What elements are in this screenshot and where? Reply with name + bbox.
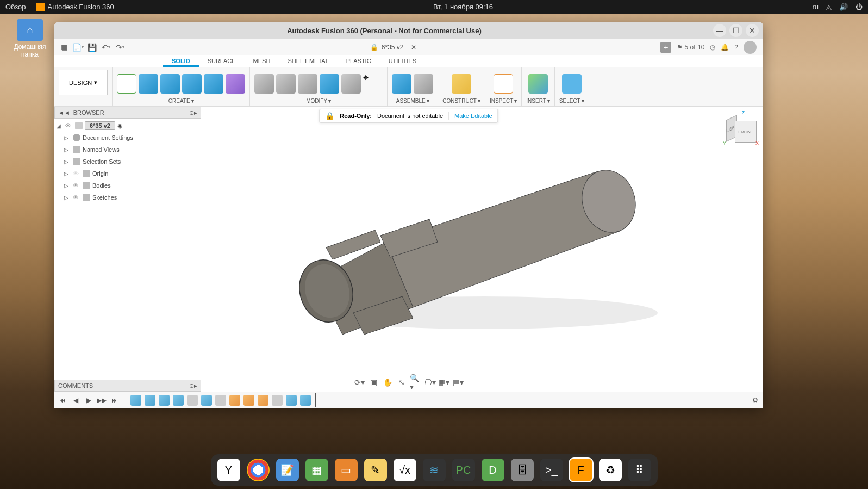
timeline-end-button[interactable]: ⏭ <box>110 395 120 405</box>
construct-group-label[interactable]: CONSTRUCT ▾ <box>442 98 480 104</box>
timeline-play-button[interactable]: ▶ <box>84 395 93 405</box>
dock-trash[interactable]: ♻ <box>599 459 622 481</box>
timeline-feature[interactable] <box>159 395 170 406</box>
tree-root[interactable]: ◢ 👁 6*35 v2 ◉ <box>57 120 199 132</box>
dock-impress[interactable]: ▭ <box>335 459 358 481</box>
clock[interactable]: Вт, 1 ноября 09:16 <box>114 3 813 11</box>
radio-icon[interactable]: ◉ <box>117 122 123 129</box>
user-avatar[interactable] <box>744 41 757 54</box>
help-icon[interactable]: ? <box>734 44 738 51</box>
undo-button[interactable]: ↶▾ <box>100 41 112 53</box>
look-at-icon[interactable]: ▣ <box>367 376 379 388</box>
timeline-feature[interactable] <box>300 395 311 406</box>
workspace-switcher[interactable]: DESIGN▾ <box>59 70 108 95</box>
extrude-button[interactable] <box>139 74 158 94</box>
volume-icon[interactable]: 🔊 <box>839 3 848 11</box>
sweep-button[interactable] <box>182 74 202 94</box>
orbit-icon[interactable]: ⟳▾ <box>353 376 365 388</box>
timeline-feature[interactable] <box>229 395 240 406</box>
visibility-icon[interactable]: 👁 <box>73 170 80 177</box>
visibility-icon[interactable]: 👁 <box>73 182 80 189</box>
tab-plastic[interactable]: PLASTIC <box>338 55 380 67</box>
select-group-label[interactable]: SELECT ▾ <box>559 98 584 104</box>
construct-plane-button[interactable] <box>452 74 471 94</box>
new-tab-button[interactable]: + <box>660 42 671 53</box>
form-button[interactable] <box>226 74 245 94</box>
recovery-indicator[interactable]: ⚑ 5 of 10 <box>677 44 704 51</box>
align-button[interactable] <box>341 74 361 94</box>
timeline-back-button[interactable]: ◀ <box>71 395 80 405</box>
timeline-feature[interactable] <box>173 395 184 406</box>
expand-icon[interactable]: ▷ <box>64 195 71 201</box>
dock-yandex[interactable]: Y <box>217 459 240 481</box>
file-menu-button[interactable]: 📄▾ <box>72 41 84 53</box>
fit-icon[interactable]: 🔍▾ <box>410 376 422 388</box>
dock-chrome[interactable] <box>247 459 270 481</box>
tab-sheet-metal[interactable]: SHEET METAL <box>279 55 337 67</box>
tree-item-doc-settings[interactable]: ▷ Document Settings <box>57 132 199 144</box>
tree-item-bodies[interactable]: ▷ 👁 Bodies <box>57 179 199 191</box>
view-cube[interactable]: LEFT FRONT Z X Y <box>725 112 758 145</box>
tab-surface[interactable]: SURFACE <box>199 55 245 67</box>
inspect-group-label[interactable]: INSPECT ▾ <box>490 98 517 104</box>
data-panel-button[interactable]: ▦ <box>58 41 70 53</box>
expand-icon[interactable]: ▷ <box>64 159 71 165</box>
tab-utilities[interactable]: UTILITIES <box>380 55 425 67</box>
tree-item-selection-sets[interactable]: ▷ Selection Sets <box>57 156 199 168</box>
notifications-icon[interactable]: 🔔 <box>721 44 729 51</box>
shell-button[interactable] <box>298 74 317 94</box>
canvas[interactable]: 🔒 Read-Only: Document is not editable Ma… <box>54 107 763 392</box>
timeline-feature[interactable] <box>272 395 283 406</box>
browser-options-icon[interactable]: ⊙ <box>189 109 194 116</box>
timeline-feature[interactable] <box>286 395 297 406</box>
dock-writer[interactable]: 📝 <box>276 459 299 481</box>
expand-icon[interactable]: ▷ <box>64 171 71 177</box>
redo-button[interactable]: ↷▾ <box>114 41 126 53</box>
dock-draw[interactable]: ✎ <box>364 459 387 481</box>
dock-apps[interactable]: ⠿ <box>628 459 651 481</box>
comments-options-icon[interactable]: ⊙ <box>189 382 194 389</box>
timeline-settings-icon[interactable]: ⚙ <box>750 395 760 405</box>
make-editable-link[interactable]: Make Editable <box>454 113 492 119</box>
dock-database[interactable]: 🗄 <box>511 459 534 481</box>
tree-item-named-views[interactable]: ▷ Named Views <box>57 144 199 156</box>
viewcube-front[interactable]: FRONT <box>735 121 757 143</box>
modify-group-label[interactable]: MODIFY ▾ <box>306 98 331 104</box>
tree-item-origin[interactable]: ▷ 👁 Origin <box>57 168 199 179</box>
dock-fusion[interactable]: F <box>570 459 592 481</box>
insert-button[interactable] <box>528 74 548 94</box>
move-button[interactable]: ✥ <box>363 74 383 94</box>
tab-mesh[interactable]: MESH <box>245 55 279 67</box>
joint-button[interactable] <box>392 74 411 94</box>
browser-header[interactable]: ◄◄ BROWSER ⊙ ▸ <box>54 107 201 119</box>
home-folder-icon[interactable]: ⌂ Домашняя папка <box>8 19 52 58</box>
timeline-feature[interactable] <box>258 395 268 406</box>
dock-pycharm[interactable]: PC <box>452 459 475 481</box>
dock-dash[interactable]: D <box>482 459 504 481</box>
network-icon[interactable]: ◬ <box>826 3 832 11</box>
select-button[interactable] <box>562 74 582 94</box>
press-pull-button[interactable] <box>254 74 274 94</box>
visibility-icon[interactable]: 👁 <box>73 194 80 201</box>
browser-expand-icon[interactable]: ▸ <box>194 109 197 116</box>
insert-group-label[interactable]: INSERT ▾ <box>526 98 550 104</box>
viewport-settings-icon[interactable]: ▤▾ <box>452 376 464 388</box>
as-built-joint-button[interactable] <box>414 74 433 94</box>
collapse-browser-icon[interactable]: ◄◄ <box>58 109 70 116</box>
expand-icon[interactable]: ◢ <box>57 123 63 129</box>
activities-button[interactable]: Обзор <box>5 3 26 11</box>
combine-button[interactable] <box>320 74 339 94</box>
expand-icon[interactable]: ▷ <box>64 183 71 189</box>
timeline-feature[interactable] <box>243 395 254 406</box>
pan-icon[interactable]: ✋ <box>382 376 394 388</box>
timeline-forward-button[interactable]: ▶▶ <box>97 395 107 405</box>
tab-solid[interactable]: SOLID <box>163 55 199 67</box>
timeline-feature[interactable] <box>145 395 155 406</box>
visibility-icon[interactable]: 👁 <box>65 122 73 129</box>
document-tab[interactable]: 🔒 6*35 v2 ✕ <box>128 44 658 51</box>
comments-panel[interactable]: COMMENTS ⊙ ▸ <box>54 380 201 392</box>
close-button[interactable]: ✕ <box>746 24 759 37</box>
comments-expand-icon[interactable]: ▸ <box>194 382 197 389</box>
timeline-feature[interactable] <box>130 395 141 406</box>
expand-icon[interactable]: ▷ <box>64 147 71 153</box>
